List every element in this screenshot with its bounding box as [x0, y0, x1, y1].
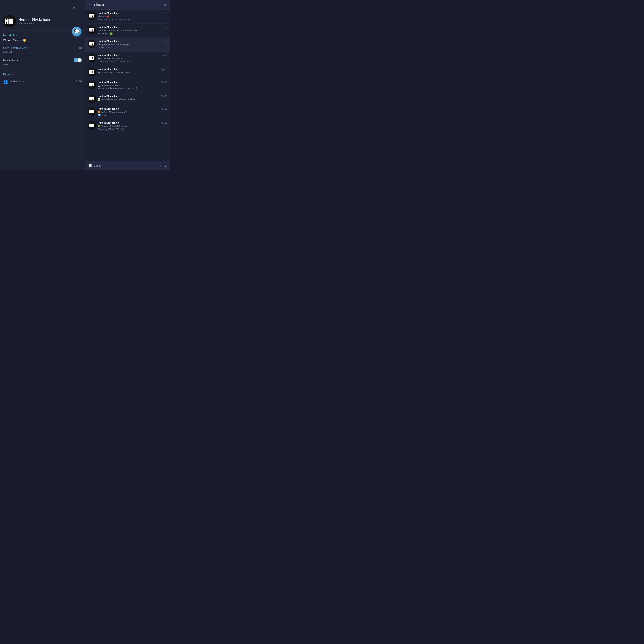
message-header: Hunt in Blockchain Sep 21	[98, 68, 167, 71]
svg-rect-10	[90, 14, 91, 17]
svg-rect-2	[7, 19, 8, 24]
message-header: Hunt in Blockchain Wed	[98, 54, 167, 57]
message-preview-2: Phaver က Token Redeem လုပ်ဖို့ အနည်း...	[98, 87, 167, 90]
message-time: Thu	[164, 26, 167, 28]
hib-msg-logo	[89, 28, 95, 32]
svg-rect-36	[91, 56, 93, 57]
message-avatar	[88, 95, 96, 103]
edit-button[interactable]: ✏	[73, 6, 75, 10]
message-time: Sep 19	[161, 95, 167, 97]
svg-rect-21	[91, 30, 93, 30]
right-header-left: ← Phaver	[88, 3, 104, 7]
invite-link[interactable]: t.me/HuntInBlockchain	[3, 47, 28, 50]
right-back-button[interactable]: ←	[88, 3, 92, 7]
chat-icon: 💬	[74, 29, 80, 34]
svg-rect-76	[91, 124, 93, 125]
svg-rect-20	[91, 28, 93, 29]
message-content: Hunt in Blockchain Fri 🖼 Got it ❤️ If yo…	[98, 12, 167, 21]
message-time: Sep 19	[161, 81, 167, 83]
svg-rect-22	[91, 31, 93, 31]
message-item[interactable]: Hunt in Blockchain Sep 19 💻 #Phaver #Upd…	[85, 78, 170, 92]
svg-rect-47	[93, 70, 94, 74]
message-header: Hunt in Blockchain Thu	[98, 26, 167, 28]
invite-link-label: Invite Link	[0, 51, 85, 56]
message-item[interactable]: Hunt in Blockchain Aug 01 🟩 Phaver x L.P…	[85, 119, 170, 133]
svg-rect-60	[91, 97, 93, 98]
svg-rect-69	[91, 111, 93, 112]
back-button[interactable]: ←	[3, 6, 7, 10]
message-content: Hunt in Blockchain Aug 09 ▶️ 🔧Daily Mini…	[98, 107, 167, 117]
right-header: ← Phaver ✕	[85, 0, 170, 10]
message-preview-2: If you are Level 3 & 4 Users,Check...	[98, 18, 167, 21]
qr-icon[interactable]: ⊞	[79, 46, 82, 50]
channel-type: public channel	[19, 22, 50, 25]
message-list: Hunt in Blockchain Fri 🖼 Got it ❤️ If yo…	[85, 10, 170, 161]
message-avatar	[88, 40, 96, 48]
message-content: Hunt in Blockchain Sep 21 🖼 Phaver Priva…	[98, 68, 167, 74]
message-item[interactable]: Hunt in Blockchain Wed 🖼 #Lens #Phaver #…	[85, 52, 170, 66]
message-sender: Hunt in Blockchain	[98, 121, 119, 124]
message-preview-2: 💎Phaver...	[98, 114, 167, 117]
message-preview: 🖼 Phaver Private Sale allocation	[98, 71, 167, 74]
svg-rect-44	[91, 70, 93, 71]
channel-avatar	[3, 15, 16, 27]
svg-rect-42	[90, 70, 91, 74]
message-preview: 🟩 Phaver x L.PASS Bellygom	[98, 125, 167, 128]
message-sender: Hunt in Blockchain	[98, 107, 119, 110]
message-header: Hunt in Blockchain Fri	[98, 12, 167, 14]
right-title: Phaver	[94, 3, 104, 7]
footer-left: 📋 1 of 43	[88, 164, 101, 168]
svg-rect-63	[93, 97, 94, 100]
message-item[interactable]: Hunt in Blockchain Fri 🖼 Got it ❤️ If yo…	[85, 10, 170, 24]
svg-rect-37	[91, 58, 93, 58]
more-button[interactable]: ⋮	[78, 6, 82, 10]
svg-rect-70	[91, 112, 93, 113]
close-button[interactable]: ✕	[164, 3, 167, 7]
nav-up-button[interactable]: ∧	[159, 164, 162, 168]
notifications-toggle[interactable]	[74, 58, 82, 62]
right-footer: 📋 1 of 43 ∧ ∨	[85, 161, 170, 170]
notifications-title: Notifications	[3, 59, 18, 62]
svg-rect-50	[90, 83, 91, 86]
subscribers-row[interactable]: 👥 Subscribers 3235	[0, 77, 85, 86]
svg-rect-31	[93, 42, 94, 45]
hib-msg-logo	[89, 14, 95, 18]
invite-link-row: t.me/HuntInBlockchain ⊞	[0, 44, 85, 51]
message-preview-2: Giveaway ( Total 1000 Nft )	[98, 128, 167, 131]
message-item[interactable]: Hunt in Blockchain Thu Moca ID & VIP inv…	[85, 24, 170, 38]
message-item[interactable]: Hunt in Blockchain Sep 21 🖼 Phaver Priva…	[85, 66, 170, 78]
svg-rect-23	[93, 28, 94, 31]
svg-rect-7	[12, 19, 13, 24]
message-item[interactable]: Hunt in Blockchain Thu 🖼 ...galxe.com/ph…	[85, 38, 170, 52]
subscribers-count: 3235	[76, 80, 82, 83]
message-item[interactable]: Hunt in Blockchain Sep 19 📊 Let me know …	[85, 92, 170, 105]
message-preview: 🖼 #Lens #Phaver #Update	[98, 57, 167, 60]
message-preview: 🖼 Got it ❤️	[98, 15, 167, 18]
message-preview-2: GC555UJVMC	[98, 46, 167, 49]
footer-nav: ∧ ∨	[159, 164, 167, 168]
subscribers-label: Subscribers	[10, 80, 24, 83]
svg-rect-6	[9, 22, 12, 24]
message-item[interactable]: Hunt in Blockchain Aug 09 ▶️ 🔧Daily Mini…	[85, 105, 170, 119]
subscribers-icon: 👥	[3, 79, 8, 84]
message-header: Hunt in Blockchain Sep 19	[98, 81, 167, 83]
filter-icon[interactable]: 📋	[88, 164, 92, 168]
svg-rect-14	[91, 17, 93, 17]
message-sender: Hunt in Blockchain	[98, 95, 119, 97]
chat-fab-button[interactable]: 💬	[72, 27, 81, 36]
svg-rect-58	[90, 97, 91, 100]
left-header: ← ✏ ⋮	[0, 4, 85, 13]
nav-down-button[interactable]: ∨	[164, 164, 167, 168]
message-content: Hunt in Blockchain Thu 🖼 ...galxe.com/ph…	[98, 40, 167, 49]
toggle-circle	[78, 58, 81, 62]
members-left: 👥 Subscribers	[3, 79, 24, 84]
svg-rect-12	[91, 14, 93, 15]
message-content: Hunt in Blockchain Aug 01 🟩 Phaver x L.P…	[98, 121, 167, 131]
svg-rect-62	[91, 100, 93, 100]
svg-rect-29	[91, 44, 93, 44]
svg-rect-13	[91, 15, 93, 16]
header-actions: ✏ ⋮	[73, 6, 82, 10]
svg-rect-54	[91, 86, 93, 86]
svg-rect-61	[91, 98, 93, 99]
svg-rect-53	[91, 84, 93, 85]
